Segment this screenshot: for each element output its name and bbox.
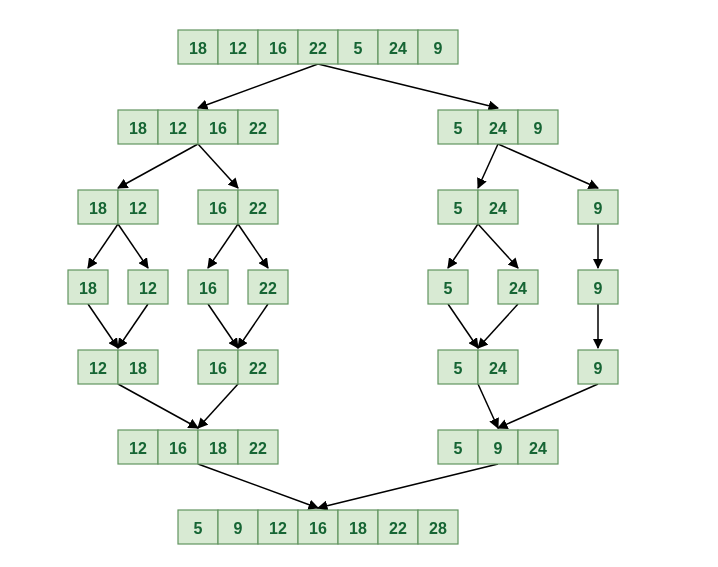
array-node: 5249: [438, 110, 558, 144]
cell-value: 18: [79, 280, 97, 297]
cell-value: 16: [199, 280, 217, 297]
array-node: 9: [578, 190, 618, 224]
cell-value: 5: [454, 200, 463, 217]
edge: [118, 304, 148, 348]
edge: [498, 384, 598, 428]
array-node: 18121622: [118, 110, 278, 144]
cell-value: 22: [249, 200, 267, 217]
cell-value: 9: [234, 520, 243, 537]
cell-value: 22: [249, 360, 267, 377]
edge: [448, 304, 478, 348]
edge: [448, 224, 478, 268]
edge: [238, 224, 268, 268]
array-node: 181216225249: [178, 30, 458, 64]
array-node: 1622: [198, 190, 278, 224]
cell-value: 12: [89, 360, 107, 377]
array-node: 22: [248, 270, 288, 304]
cell-value: 5: [354, 40, 363, 57]
cell-value: 18: [89, 200, 107, 217]
cell-value: 9: [434, 40, 443, 57]
cell-value: 24: [529, 440, 547, 457]
edge: [478, 224, 518, 268]
array-node: 1218: [78, 350, 158, 384]
cell-value: 24: [489, 120, 507, 137]
cell-value: 18: [129, 360, 147, 377]
edge: [118, 224, 148, 268]
edge: [118, 384, 198, 428]
edge: [208, 224, 238, 268]
cell-value: 18: [349, 520, 367, 537]
array-node: 18: [68, 270, 108, 304]
cell-value: 16: [169, 440, 187, 457]
edge: [118, 144, 198, 188]
cell-value: 5: [454, 120, 463, 137]
array-node: 9: [578, 270, 618, 304]
edge: [198, 64, 318, 108]
array-node: 12: [128, 270, 168, 304]
cell-value: 24: [489, 360, 507, 377]
edge: [198, 464, 318, 508]
cell-value: 12: [129, 200, 147, 217]
edge: [318, 64, 498, 108]
cell-value: 18: [189, 40, 207, 57]
cell-value: 12: [229, 40, 247, 57]
cell-value: 28: [429, 520, 447, 537]
cell-value: 24: [389, 40, 407, 57]
cell-value: 16: [269, 40, 287, 57]
cell-value: 22: [389, 520, 407, 537]
merge-sort-diagram: 1812162252491812162252491812162252491812…: [0, 0, 718, 567]
edge: [478, 144, 498, 188]
array-node: 5: [428, 270, 468, 304]
array-node: 1812: [78, 190, 158, 224]
cell-value: 18: [209, 440, 227, 457]
cell-value: 16: [309, 520, 327, 537]
cell-value: 12: [129, 440, 147, 457]
cell-value: 5: [194, 520, 203, 537]
cell-value: 9: [594, 200, 603, 217]
cell-value: 12: [139, 280, 157, 297]
edge: [208, 304, 238, 348]
cell-value: 9: [594, 280, 603, 297]
cell-value: 16: [209, 360, 227, 377]
array-node: 591216182228: [178, 510, 458, 544]
array-node: 12161822: [118, 430, 278, 464]
cell-value: 5: [454, 440, 463, 457]
cell-value: 12: [269, 520, 287, 537]
cell-value: 24: [509, 280, 527, 297]
array-node: 5924: [438, 430, 558, 464]
array-node: 524: [438, 350, 518, 384]
cell-value: 16: [209, 120, 227, 137]
edge: [478, 384, 498, 428]
array-node: 1622: [198, 350, 278, 384]
edge: [198, 144, 238, 188]
cell-value: 22: [309, 40, 327, 57]
edge: [88, 224, 118, 268]
cell-value: 12: [169, 120, 187, 137]
cell-value: 16: [209, 200, 227, 217]
cell-value: 5: [454, 360, 463, 377]
edge: [318, 464, 498, 508]
edge: [198, 384, 238, 428]
edge: [88, 304, 118, 348]
cell-value: 24: [489, 200, 507, 217]
cell-value: 5: [444, 280, 453, 297]
array-node: 9: [578, 350, 618, 384]
edge: [478, 304, 518, 348]
cell-value: 18: [129, 120, 147, 137]
edge: [238, 304, 268, 348]
cell-value: 9: [534, 120, 543, 137]
cell-value: 22: [249, 120, 267, 137]
array-node: 16: [188, 270, 228, 304]
array-node: 24: [498, 270, 538, 304]
cell-value: 9: [494, 440, 503, 457]
edge: [498, 144, 598, 188]
array-node: 524: [438, 190, 518, 224]
cell-value: 22: [259, 280, 277, 297]
cell-value: 22: [249, 440, 267, 457]
cell-value: 9: [594, 360, 603, 377]
